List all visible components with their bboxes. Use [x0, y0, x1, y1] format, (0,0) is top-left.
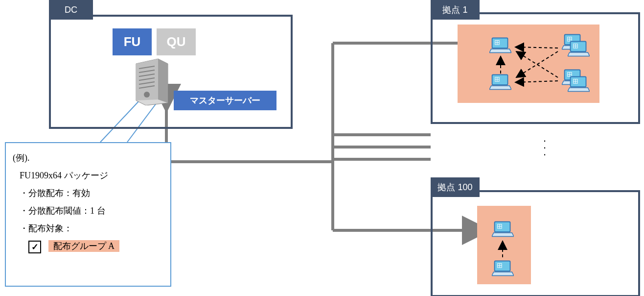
callout-item-dist: ・分散配布：有効	[20, 184, 165, 202]
callout-checkbox: ✓	[28, 241, 41, 253]
site-100-arrow	[477, 206, 531, 284]
callout-title: (例).	[13, 149, 165, 167]
example-callout: (例). FU1909x64 パッケージ ・分散配布：有効 ・分散配布閾値：1 …	[5, 142, 171, 287]
server-icon	[131, 56, 173, 105]
svg-line-17	[515, 81, 558, 82]
svg-marker-2	[158, 59, 168, 103]
ellipsis-icon: ···	[543, 137, 546, 158]
site-1-label: 拠点 1	[431, 0, 480, 20]
site-100-frame	[431, 190, 640, 296]
svg-point-9	[144, 92, 150, 98]
master-server-label: マスターサーバー	[174, 91, 276, 110]
dc-label: DC	[49, 0, 93, 20]
callout-item-threshold: ・分散配布閾値：1 台	[20, 202, 165, 220]
fu-tag: FU	[113, 28, 152, 55]
callout-item-target: ・配布対象：	[20, 220, 165, 237]
callout-package: FU1909x64 パッケージ	[20, 167, 165, 184]
callout-group-a: 配布グループ A	[48, 240, 120, 252]
site-100-label: 拠点 100	[431, 177, 480, 197]
site-1-mesh-arrows	[458, 25, 599, 103]
svg-line-16	[515, 47, 558, 48]
qu-tag: QU	[157, 28, 196, 55]
